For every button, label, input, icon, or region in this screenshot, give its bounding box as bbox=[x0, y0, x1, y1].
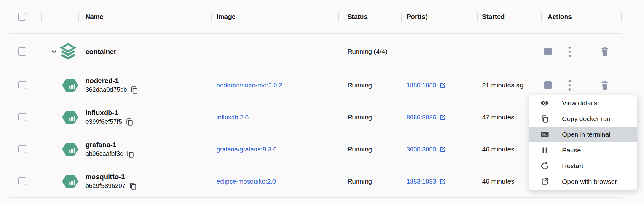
container-name: influxdb-1 bbox=[85, 108, 118, 117]
started-text: 46 minutes bbox=[482, 145, 514, 153]
copy-id-button[interactable] bbox=[126, 150, 135, 158]
container-name: grafana-1 bbox=[85, 140, 116, 149]
stop-button[interactable] bbox=[544, 81, 552, 89]
column-header-ports[interactable]: Port(s) bbox=[401, 0, 477, 33]
menu-item-restart[interactable]: Restart bbox=[529, 158, 637, 174]
column-separator bbox=[621, 13, 622, 22]
port-link[interactable]: 3000:3000 bbox=[406, 146, 436, 153]
table-header-row: Name Image Status Port(s) Started Action… bbox=[9, 0, 622, 34]
column-header-label: Name bbox=[85, 13, 103, 20]
column-header-status[interactable]: Status bbox=[338, 0, 401, 33]
menu-item-open-with-browser[interactable]: Open with browser bbox=[529, 174, 637, 189]
delete-button[interactable] bbox=[600, 80, 609, 90]
image-link[interactable]: influxdb:2.6 bbox=[217, 114, 249, 121]
copy-icon bbox=[126, 150, 135, 158]
column-header-image[interactable]: Image bbox=[211, 0, 338, 33]
column-separator bbox=[401, 13, 402, 22]
menu-item-open-in-terminal[interactable]: Open in terminal bbox=[529, 127, 637, 142]
column-header-label: Actions bbox=[548, 13, 572, 20]
external-link-icon bbox=[540, 177, 550, 186]
container-id: b6a9f5896207 bbox=[85, 181, 126, 190]
started-text: 21 minutes ag bbox=[482, 81, 523, 89]
column-separator bbox=[41, 13, 42, 22]
row-checkbox[interactable] bbox=[18, 113, 26, 121]
image-link[interactable]: grafana/grafana:9.3.6 bbox=[217, 146, 276, 153]
row-checkbox[interactable] bbox=[18, 81, 26, 89]
header-expand-cell bbox=[41, 0, 78, 33]
menu-item-label: View details bbox=[562, 99, 597, 107]
restart-icon bbox=[540, 162, 550, 170]
menu-item-view-details[interactable]: View details bbox=[529, 95, 637, 111]
column-separator bbox=[78, 13, 79, 22]
port-link[interactable]: 1883:1883 bbox=[406, 178, 436, 185]
column-separator bbox=[211, 13, 212, 22]
actions-divider bbox=[589, 77, 589, 93]
external-link-icon bbox=[439, 146, 446, 153]
open-port-button[interactable] bbox=[439, 82, 446, 89]
container-name: mosquitto-1 bbox=[85, 172, 125, 181]
copy-id-button[interactable] bbox=[129, 182, 137, 190]
copy-icon bbox=[130, 85, 139, 94]
row-checkbox[interactable] bbox=[18, 47, 26, 56]
header-select-all-cell bbox=[9, 0, 41, 33]
trash-icon bbox=[600, 80, 609, 90]
container-context-menu: View details Copy docker run Open in ter… bbox=[529, 95, 638, 190]
row-checkbox[interactable] bbox=[18, 145, 26, 153]
open-port-button[interactable] bbox=[439, 114, 446, 121]
more-actions-button[interactable] bbox=[568, 46, 571, 57]
container-id: 362daa9d75cb bbox=[85, 85, 127, 94]
status-text: Running bbox=[347, 145, 372, 153]
status-text: Running bbox=[347, 178, 372, 185]
container-hexagon-icon bbox=[62, 173, 78, 190]
column-header-label: Port(s) bbox=[406, 13, 428, 20]
more-actions-button[interactable] bbox=[568, 80, 571, 91]
container-hexagon-icon bbox=[62, 108, 78, 126]
copy-id-button[interactable] bbox=[130, 85, 139, 94]
open-port-button[interactable] bbox=[439, 146, 446, 153]
compose-stack-icon bbox=[59, 43, 77, 60]
column-header-started[interactable]: Started bbox=[477, 0, 541, 33]
menu-item-label: Open in terminal bbox=[562, 131, 610, 138]
column-header-label: Started bbox=[482, 13, 505, 20]
port-link[interactable]: 1880:1880 bbox=[406, 82, 436, 89]
menu-item-label: Pause bbox=[562, 146, 581, 154]
group-name: container bbox=[85, 47, 116, 56]
actions-divider bbox=[589, 43, 589, 60]
row-checkbox[interactable] bbox=[18, 177, 26, 185]
copy-icon bbox=[125, 118, 134, 126]
kebab-icon bbox=[568, 80, 571, 91]
eye-icon bbox=[540, 99, 550, 107]
external-link-icon bbox=[439, 114, 446, 121]
copy-id-button[interactable] bbox=[125, 118, 134, 126]
port-link[interactable]: 8086:8086 bbox=[406, 114, 436, 121]
chevron-down-icon[interactable] bbox=[51, 48, 57, 55]
table-row-group-container: container - Running (4/4) bbox=[9, 34, 622, 69]
container-hexagon-icon bbox=[62, 76, 78, 94]
terminal-icon bbox=[540, 130, 550, 139]
image-link[interactable]: eclipse-mosquitto:2.0 bbox=[217, 178, 276, 185]
column-separator bbox=[477, 13, 478, 22]
column-header-name[interactable]: Name bbox=[78, 0, 211, 33]
delete-button[interactable] bbox=[600, 47, 609, 57]
copy-icon bbox=[129, 182, 137, 190]
select-all-checkbox[interactable] bbox=[18, 13, 26, 21]
status-text: Running bbox=[347, 81, 372, 89]
container-name: nodered-1 bbox=[85, 76, 119, 85]
status-text: Running (4/4) bbox=[347, 48, 387, 55]
menu-item-label: Restart bbox=[562, 162, 583, 170]
image-link[interactable]: nodered/node-red:3.0.2 bbox=[217, 82, 282, 89]
container-hexagon-icon bbox=[62, 140, 78, 158]
stop-button[interactable] bbox=[544, 48, 552, 55]
started-text: 46 minutes bbox=[482, 178, 514, 185]
open-port-button[interactable] bbox=[439, 178, 446, 185]
container-id: e399f6ef57f5 bbox=[85, 117, 122, 126]
menu-item-label: Copy docker run bbox=[562, 115, 610, 123]
copy-icon bbox=[540, 114, 550, 123]
menu-item-pause[interactable]: Pause bbox=[529, 142, 637, 158]
table-bottom-border bbox=[9, 197, 622, 198]
external-link-icon bbox=[439, 82, 446, 89]
column-header-actions: Actions bbox=[541, 0, 622, 33]
external-link-icon bbox=[439, 178, 446, 185]
menu-item-copy-docker-run[interactable]: Copy docker run bbox=[529, 111, 637, 127]
column-header-label: Image bbox=[217, 13, 236, 20]
